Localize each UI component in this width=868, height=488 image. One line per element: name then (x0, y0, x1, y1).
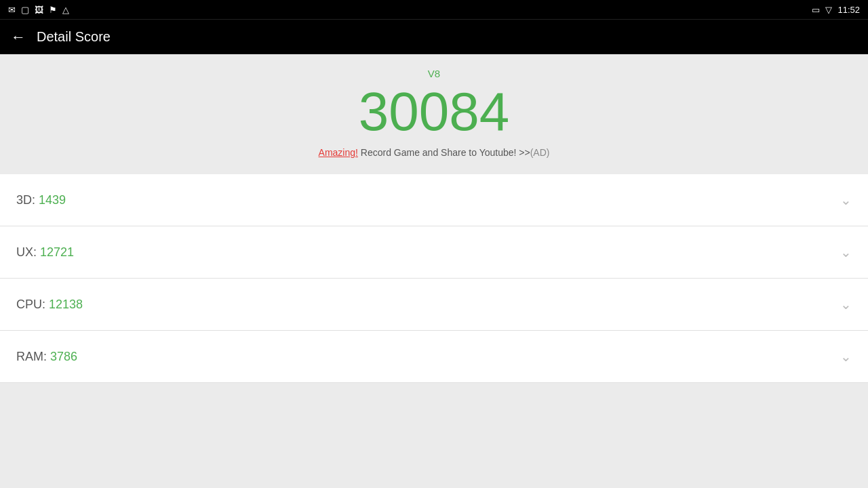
score-label: 3D: 1439 (16, 193, 66, 207)
image-icon: 🖼 (35, 5, 43, 15)
promo-ad: (AD) (530, 147, 550, 158)
main-score: 30084 (359, 85, 509, 139)
hero-section: V8 30084 Amazing! Record Game and Share … (0, 54, 868, 174)
back-button[interactable]: ← (11, 28, 26, 46)
chevron-down-icon: ⌄ (840, 348, 852, 365)
clock: 11:52 (837, 5, 860, 15)
bottom-area (0, 383, 868, 488)
status-bar-left: ✉ ▢ 🖼 ⚑ △ (8, 5, 69, 15)
score-label: RAM: 3786 (16, 350, 77, 364)
score-value: 1439 (39, 193, 66, 207)
chevron-down-icon: ⌄ (840, 192, 852, 208)
score-value: 12721 (40, 245, 74, 259)
score-item[interactable]: UX: 12721⌄ (0, 226, 868, 279)
email-icon: ✉ (8, 5, 16, 15)
wifi-icon: ▽ (825, 5, 832, 15)
promo-text: Amazing! Record Game and Share to Youtub… (319, 147, 550, 158)
promo-link[interactable]: Amazing! (319, 147, 358, 158)
square-icon: ▢ (21, 5, 29, 15)
triangle-icon: △ (62, 5, 69, 15)
score-item[interactable]: CPU: 12138⌄ (0, 279, 868, 331)
status-bar-right: ▭ ▽ 11:52 (812, 5, 860, 15)
flag-icon: ⚑ (49, 5, 57, 15)
page-title: Detail Score (37, 29, 111, 45)
screen-icon: ▭ (812, 5, 820, 15)
score-item[interactable]: 3D: 1439⌄ (0, 174, 868, 226)
score-item[interactable]: RAM: 3786⌄ (0, 331, 868, 383)
score-label: CPU: 12138 (16, 298, 83, 312)
top-bar: ← Detail Score (0, 19, 868, 54)
chevron-down-icon: ⌄ (840, 244, 852, 260)
status-bar: ✉ ▢ 🖼 ⚑ △ ▭ ▽ 11:52 (0, 0, 868, 19)
score-value: 12138 (49, 298, 83, 311)
version-label: V8 (428, 68, 440, 79)
chevron-down-icon: ⌄ (840, 296, 852, 312)
score-value: 3786 (50, 350, 77, 363)
score-list: 3D: 1439⌄UX: 12721⌄CPU: 12138⌄RAM: 3786⌄ (0, 174, 868, 383)
promo-rest: Record Game and Share to Youtube! >> (358, 147, 530, 158)
score-label: UX: 12721 (16, 245, 74, 260)
